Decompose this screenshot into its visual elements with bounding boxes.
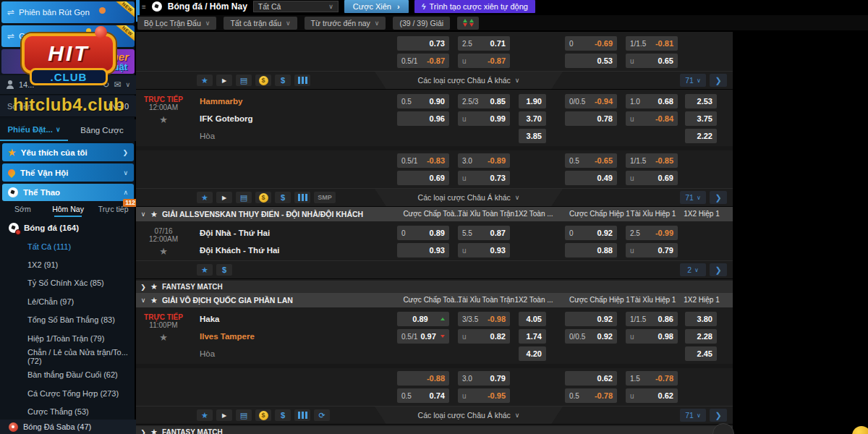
odds-cell[interactable]: 1.5-0.78 [626, 371, 678, 386]
banner-compact-version[interactable]: ⇌ Phiên bản Rút Gọn NEW [1, 1, 135, 23]
odds-cell[interactable]: u0.93 [458, 243, 510, 258]
sidebar-item-favorites[interactable]: ★ Yêu thích của tôi ❯ [2, 143, 134, 161]
home-team[interactable]: Haka [200, 312, 397, 329]
odds-cell[interactable]: 0.5/1-0.87 [397, 54, 449, 68]
sidebar-sport-header[interactable]: Bóng đá (164) [0, 218, 136, 237]
other-asian-bets[interactable]: Các loại cược Châu Á khác [375, 407, 563, 424]
odds-cell[interactable]: 4.05 [519, 312, 546, 326]
coin-icon[interactable]: $ [255, 192, 271, 203]
other-asian-bets[interactable]: Các loại cược Châu Á khác [375, 189, 563, 206]
odds-cell[interactable]: 3.70 [519, 111, 546, 126]
match-filter-button[interactable]: Bộ Lọc Trận Đấu [137, 17, 216, 30]
tab-live[interactable]: Trực tiếp112 [90, 203, 136, 217]
odds-cell[interactable]: 0.5-0.78 [565, 388, 617, 403]
league-header-fantasy[interactable]: ❯ ★ FANTASY MATCH [136, 426, 733, 434]
cashout-icon[interactable]: ▤ [236, 409, 252, 421]
league-count-button[interactable]: (39 / 39) Giải [393, 17, 450, 30]
tab-bet-board[interactable]: Bảng Cược [68, 119, 136, 141]
sidebar-filter-item[interactable]: 1X2 (91) [0, 255, 136, 273]
tab-early[interactable]: Sớm [0, 203, 46, 217]
favorite-star[interactable]: ★ [159, 246, 168, 257]
market-count-dropdown[interactable]: 71 [680, 74, 706, 87]
odds-cell[interactable]: 2.50.71 [458, 36, 510, 51]
odds-cell[interactable]: -0.88 [397, 371, 449, 386]
next-page-button[interactable]: ❯ [710, 74, 727, 87]
time-range-dropdown[interactable]: Từ trước đến nay [305, 17, 386, 30]
odds-cell[interactable]: u0.99 [458, 111, 510, 126]
odds-cell[interactable]: 5.50.87 [458, 226, 510, 240]
market-count-dropdown[interactable]: 2 [680, 263, 706, 276]
auto-parlay-button[interactable]: ϟ Trình tạo cược xiên tự động [414, 0, 535, 13]
odds-cell[interactable]: 0.49 [565, 171, 617, 185]
chevron-down-icon[interactable]: ∨ [125, 81, 130, 88]
expand-icon[interactable]: ❯ [136, 284, 150, 291]
dollar-icon[interactable]: $ [275, 192, 291, 203]
tab-today[interactable]: Hôm Nay [46, 203, 91, 217]
odds-cell[interactable]: 0.93 [397, 243, 449, 258]
league-star-icon[interactable]: ★ [150, 427, 158, 434]
favorite-star[interactable]: ★ [159, 332, 168, 343]
parlay-button[interactable]: Cược Xiên [344, 0, 409, 13]
stats-icon[interactable] [294, 192, 310, 203]
league-header-fantasy[interactable]: ❯ ★ FANTASY MATCH [136, 281, 733, 293]
collapse-icon[interactable]: ∨ [136, 210, 150, 218]
odds-cell[interactable]: 3.0-0.89 [458, 153, 510, 168]
collapse-icon[interactable]: ∨ [136, 297, 150, 304]
odds-cell[interactable]: 1.90 [519, 94, 546, 109]
market-count-dropdown[interactable]: 71 [680, 191, 706, 204]
league-header-allsvenskan[interactable]: ∨ ★ GIẢI ALLSVENSKAN THỤY ĐIỂN - ĐỘI NHÀ… [136, 207, 733, 221]
odds-cell[interactable]: 2.5/30.85 [458, 94, 510, 109]
odds-cell[interactable]: u-0.95 [458, 388, 510, 403]
odds-cell[interactable]: 0.73 [397, 36, 449, 51]
draw-label[interactable]: Hòa [200, 346, 397, 364]
next-page-button[interactable]: ❯ [710, 263, 727, 276]
odds-cell[interactable]: 1/1.5-0.81 [626, 36, 678, 51]
draw-label[interactable]: Hòa [200, 129, 397, 146]
sidebar-filter-item[interactable]: Chẵn / Lẻ của Nửa trận/To... (72) [0, 347, 136, 365]
sidebar-filter-item[interactable]: Cược Thắng (53) [0, 403, 136, 421]
next-page-button[interactable]: ❯ [710, 191, 727, 204]
odds-cell[interactable]: 2.53 [685, 94, 717, 109]
refresh-icon[interactable]: ⟳ [314, 409, 330, 421]
sidebar-item-olympics[interactable]: Thế Vận Hội ∨ [2, 163, 134, 182]
odds-cell[interactable]: u-0.87 [458, 54, 510, 68]
odds-cell[interactable]: u0.79 [626, 243, 678, 258]
sidebar-filter-item[interactable]: Tất Cả (111) [0, 237, 136, 255]
tab-bet-slip[interactable]: Phiếu Đặt... [0, 119, 68, 141]
dollar-icon[interactable]: $ [216, 264, 232, 276]
play-button[interactable]: ▶ [216, 192, 232, 203]
sidebar-filter-item[interactable]: Tỷ Số Chính Xác (85) [0, 274, 136, 292]
odds-cell[interactable]: 0.89 [397, 312, 449, 326]
other-asian-bets[interactable]: Các loại cược Châu Á khác [375, 72, 563, 89]
next-page-button[interactable]: ❯ [710, 409, 727, 422]
sidebar-item-saba[interactable]: Bóng Đá Saba (47) [0, 420, 136, 434]
odds-cell[interactable]: 0-0.69 [565, 36, 617, 51]
favorite-star[interactable]: ★ [159, 114, 168, 125]
odds-cell[interactable]: 00.89 [397, 226, 449, 240]
odds-cell[interactable]: 0.62 [565, 371, 617, 386]
cashout-icon[interactable]: ▤ [236, 75, 252, 86]
odds-cell[interactable]: 0.96 [397, 111, 449, 126]
sidebar-filter-item[interactable]: Lẻ/Chẵn (97) [0, 292, 136, 310]
stats-icon[interactable] [294, 409, 310, 421]
odds-cell[interactable]: 2.22 [685, 129, 717, 143]
odds-cell[interactable]: u0.62 [626, 388, 678, 403]
sidebar-filter-item[interactable]: Bàn thắng Đầu/ Cuối (62) [0, 366, 136, 384]
odds-cell[interactable]: u0.69 [626, 171, 678, 185]
sidebar-item-sports[interactable]: Thể Thao ∧ [2, 184, 134, 201]
odds-cell[interactable]: 4.20 [519, 346, 546, 361]
odds-cell[interactable]: 0.50.90 [397, 94, 449, 109]
odds-cell[interactable]: 0.88 [565, 243, 617, 258]
floating-widget-gold[interactable] [852, 426, 868, 434]
sidebar-filter-item[interactable]: Tổng Số Bàn Thắng (83) [0, 311, 136, 329]
odds-cell[interactable]: 2.5-0.99 [626, 226, 678, 240]
away-team[interactable]: IFK Goteborg [200, 111, 397, 129]
odds-cell[interactable]: 1/1.50.86 [626, 312, 678, 326]
odds-cell[interactable]: 2.28 [685, 329, 717, 344]
favorite-button[interactable]: ★ [197, 192, 213, 203]
odds-cell[interactable]: 3.75 [685, 111, 717, 126]
league-star-icon[interactable]: ★ [150, 296, 158, 305]
odds-cell[interactable]: 00.92 [565, 226, 617, 240]
league-header-finland[interactable]: ∨ ★ GIẢI VÔ ĐỊCH QUỐC GIA PHẦN LAN Cược … [136, 293, 733, 307]
play-button[interactable]: ▶ [216, 75, 232, 86]
